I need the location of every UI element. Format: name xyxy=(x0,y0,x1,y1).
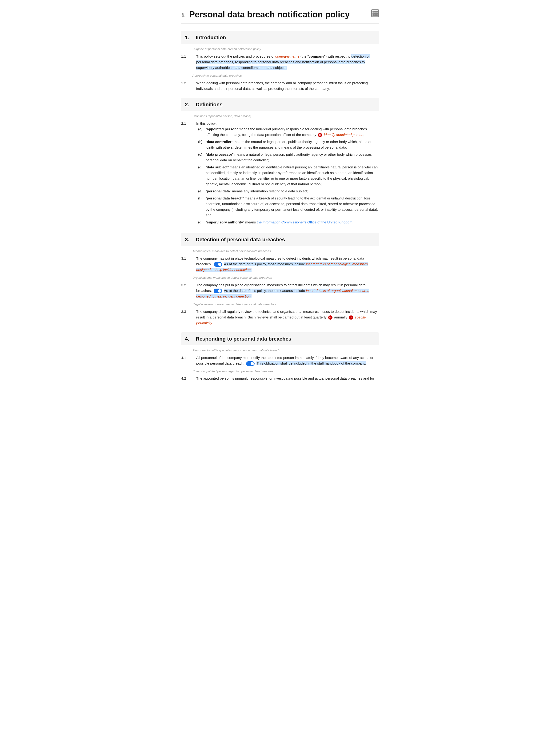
def-c-label: (c) xyxy=(198,152,204,163)
clause-1-1-body: This policy sets out the policies and pr… xyxy=(196,54,379,70)
def-g-label: (g) xyxy=(198,219,204,225)
clause-3-3-body: The company shall regularly review the t… xyxy=(196,309,379,326)
clause-3-2-num: 3.2 xyxy=(181,282,192,288)
section-1: 1. Introduction Purpose of personal data… xyxy=(181,31,379,92)
subsection-label-purpose: Purpose of personal data breach notifica… xyxy=(181,47,379,52)
section-3-heading: 3. Detection of personal data breaches xyxy=(181,233,379,246)
def-d-text: "data subject" means an identified or id… xyxy=(205,164,379,187)
clause-1-2: 1.2 When dealing with personal data brea… xyxy=(181,80,379,92)
clause-1-2-body: When dealing with personal data breaches… xyxy=(196,80,379,92)
def-item-d: (d) "data subject" means an identified o… xyxy=(196,164,379,187)
subsection-label-tech: Technological measures to detect persona… xyxy=(181,249,379,254)
def-b-text: "data controller" means the natural or l… xyxy=(205,139,379,150)
clause-4-2: 4.2 The appointed person is primarily re… xyxy=(181,376,379,381)
section-4: 4. Responding to personal data breaches … xyxy=(181,332,379,382)
subsection-label-role: Role of appointed person regarding perso… xyxy=(181,369,379,374)
def-c-text: "data processor" means a natural or lega… xyxy=(205,152,379,163)
clause-2-1-body: In this policy: (a) "appointed person" m… xyxy=(196,121,379,227)
def-e-text: "personal data" means any information re… xyxy=(205,188,308,194)
clause-4-1-body: All personnel of the company must notify… xyxy=(196,355,379,366)
def-b-label: (b) xyxy=(198,139,204,150)
section-2-title: Definitions xyxy=(196,101,223,109)
clause-3-2-body: The company has put in place organisatio… xyxy=(196,282,379,299)
section-2: 2. Definitions Definitions (appointed pe… xyxy=(181,98,379,227)
subsection-label-approach: Approach to personal data breaches xyxy=(181,73,379,78)
page-header: ⪺ Personal data breach notification poli… xyxy=(181,9,379,23)
page-title: Personal data breach notification policy xyxy=(189,9,349,19)
clause-3-2-highlight: As at the date of this policy, those mea… xyxy=(196,289,369,298)
clause-3-1-num: 3.1 xyxy=(181,256,192,261)
clause-3-2: 3.2 The company has put in place organis… xyxy=(181,282,379,299)
subsection-label-org: Organisational measures to detect person… xyxy=(181,275,379,280)
section-3-num: 3. xyxy=(185,236,192,244)
def-a-text: "appointed person" means the individual … xyxy=(205,126,379,138)
section-4-title: Responding to personal data breaches xyxy=(196,335,291,343)
clause-4-1: 4.1 All personnel of the company must no… xyxy=(181,355,379,366)
periodicity-placeholder: specify periodicity xyxy=(196,315,366,325)
clause-3-1: 3.1 The company has put in place technol… xyxy=(181,256,379,273)
section-4-num: 4. xyxy=(185,335,192,343)
section-1-heading: 1. Introduction xyxy=(181,31,379,44)
def-f-label: (f) xyxy=(198,195,204,218)
section-4-heading: 4. Responding to personal data breaches xyxy=(181,332,379,345)
or-badge-quarterly: or xyxy=(328,315,332,320)
grid-icon[interactable] xyxy=(371,9,379,17)
clause-4-1-num: 4.1 xyxy=(181,355,192,360)
or-badge-1: or xyxy=(318,133,322,137)
subsection-label-regular: Regular review of measures to detect per… xyxy=(181,302,379,307)
toggle-3-2[interactable] xyxy=(214,289,222,293)
company-name-placeholder: company name xyxy=(275,54,299,58)
clause-1-2-num: 1.2 xyxy=(181,80,192,86)
clause-2-1-num: 2.1 xyxy=(181,121,192,126)
section-3: 3. Detection of personal data breaches T… xyxy=(181,233,379,326)
def-item-c: (c) "data processor" means a natural or … xyxy=(196,152,379,163)
section-1-num: 1. xyxy=(185,33,192,42)
def-item-f: (f) "personal data breach" means a breac… xyxy=(196,195,379,218)
def-item-e: (e) "personal data" means any informatio… xyxy=(196,188,379,194)
toggle-4-1[interactable] xyxy=(246,361,255,366)
supervisory-link: the Information Commissioner's Office of… xyxy=(257,220,352,224)
def-item-a: (a) "appointed person" means the individ… xyxy=(196,126,379,138)
clause-3-3: 3.3 The company shall regularly review t… xyxy=(181,309,379,326)
identify-appointed-person: identify appointed person xyxy=(324,133,364,137)
def-g-text: "supervisory authority" means the Inform… xyxy=(205,219,354,225)
clause-2-1: 2.1 In this policy: (a) "appointed perso… xyxy=(181,121,379,227)
toggle-3-1[interactable] xyxy=(214,262,222,267)
def-item-b: (b) "data controller" means the natural … xyxy=(196,139,379,150)
def-a-label: (a) xyxy=(198,126,204,138)
subsection-label-personnel: Personnel to notify appointed person upo… xyxy=(181,348,379,353)
clause-4-1-highlight: This obligation shall be included in the… xyxy=(257,361,366,365)
section-3-title: Detection of personal data breaches xyxy=(196,236,285,244)
or-badge-annually: or xyxy=(349,315,353,320)
doc-number-icon: ⪺ xyxy=(181,10,185,19)
section-2-heading: 2. Definitions xyxy=(181,98,379,111)
org-measures-placeholder: insert details of organisational measure… xyxy=(196,289,369,298)
subsection-label-definitions: Definitions (appointed person, data brea… xyxy=(181,114,379,119)
clause-3-1-body: The company has put in place technologic… xyxy=(196,256,379,273)
title-wrapper: ⪺ Personal data breach notification poli… xyxy=(181,9,349,19)
company-bold: company xyxy=(309,54,324,58)
clause-1-1-num: 1.1 xyxy=(181,54,192,59)
def-d-label: (d) xyxy=(198,164,204,187)
clause-3-3-num: 3.3 xyxy=(181,309,192,314)
def-item-g: (g) "supervisory authority" means the In… xyxy=(196,219,379,225)
clause-4-2-num: 4.2 xyxy=(181,376,192,381)
def-f-text: "personal data breach" means a breach of… xyxy=(205,195,379,218)
section-1-title: Introduction xyxy=(196,33,226,42)
section-2-num: 2. xyxy=(185,101,192,109)
clause-4-2-body: The appointed person is primarily respon… xyxy=(196,376,379,381)
clause-1-1: 1.1 This policy sets out the policies an… xyxy=(181,54,379,70)
def-e-label: (e) xyxy=(198,188,204,194)
